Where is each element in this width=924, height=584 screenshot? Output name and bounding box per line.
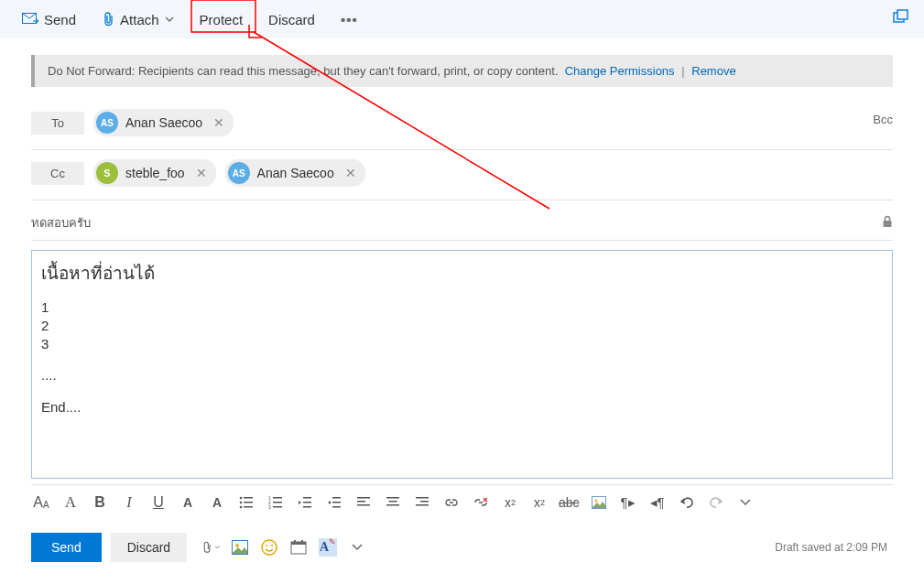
svg-rect-19 [332,497,341,499]
remove-chip-icon[interactable]: ✕ [210,115,224,130]
attach-button[interactable]: Attach [89,6,187,33]
emoji-button[interactable] [260,538,278,557]
rtl-button[interactable]: ◂¶ [647,492,668,513]
svg-rect-2 [897,10,908,19]
to-row: To AS Anan Saecoo ✕ Bcc [31,100,893,150]
svg-rect-13 [273,502,282,503]
svg-rect-20 [332,502,341,503]
font-family-button[interactable]: A [60,492,81,513]
svg-rect-28 [416,497,429,499]
svg-rect-16 [303,497,311,499]
remove-protection-link[interactable]: Remove [691,64,735,78]
strikethrough-button[interactable]: abc [559,492,580,513]
subscript-button[interactable]: x2 [529,492,549,513]
align-center-button[interactable] [383,492,403,513]
recipient-chip[interactable]: S steble_foo ✕ [93,159,216,187]
discard-button[interactable]: Discard [255,6,328,33]
calendar-button[interactable] [289,538,308,557]
svg-rect-5 [244,497,253,499]
send-button[interactable]: Send [9,6,89,33]
superscript-button[interactable]: x2 [500,492,520,513]
discard-button-bottom[interactable]: Discard [111,533,187,562]
svg-rect-9 [244,506,253,508]
insert-picture-button[interactable] [231,538,249,557]
ellipsis-icon: ••• [341,12,358,27]
recipient-name: steble_foo [125,166,185,180]
svg-point-35 [262,540,277,555]
subject-text[interactable]: ทดสอบครับ [31,213,91,233]
svg-rect-23 [357,501,365,503]
svg-rect-11 [273,497,282,499]
cc-row: Cc S steble_foo ✕ AS Anan Saecoo ✕ [31,150,893,200]
italic-button[interactable]: I [119,492,139,513]
svg-rect-40 [294,540,296,544]
outdent-button[interactable] [295,492,315,513]
svg-rect-30 [416,504,429,506]
protect-button[interactable]: Protect [187,6,256,33]
compose-icons: A✎ [201,538,366,557]
remove-chip-icon[interactable]: ✕ [192,166,207,180]
open-new-window-button[interactable] [893,9,909,27]
recipient-chip[interactable]: AS Anan Saecoo ✕ [93,109,234,136]
svg-text:3: 3 [268,504,271,509]
body-line: .... [41,366,883,384]
insert-link-button[interactable] [441,492,462,513]
bottom-bar: Send Discard A✎ Draft saved at 2:09 PM [31,527,893,571]
compose-more-button[interactable] [348,538,366,557]
numbered-list-button[interactable]: 123 [266,492,286,513]
align-left-button[interactable] [353,492,374,513]
svg-point-4 [240,497,243,500]
body-line: 2 [41,317,883,335]
to-button[interactable]: To [31,112,84,135]
subject-row: ทดสอบครับ [31,213,893,241]
bullets-button[interactable] [236,492,256,513]
send-button-bottom[interactable]: Send [31,533,102,562]
recipient-name: Anan Saecoo [125,115,202,130]
avatar: AS [228,162,250,184]
cc-button[interactable]: Cc [31,162,84,185]
align-right-button[interactable] [412,492,432,513]
recipient-name: Anan Saecoo [257,166,334,180]
attach-menu-button[interactable] [201,538,220,557]
discard-label: Discard [268,12,315,27]
ltr-button[interactable]: ¶▸ [618,492,638,513]
format-pane-button[interactable]: A✎ [319,538,337,557]
bold-button[interactable]: B [90,492,110,513]
svg-rect-21 [332,506,341,508]
svg-point-37 [271,545,273,546]
body-line: 3 [41,335,883,353]
svg-rect-15 [273,506,282,508]
svg-point-8 [240,506,243,509]
remove-chip-icon[interactable]: ✕ [342,166,356,180]
redo-button[interactable] [706,492,726,513]
svg-rect-41 [301,540,303,544]
undo-button[interactable] [677,492,697,513]
indent-button[interactable] [324,492,344,513]
body-heading: เนื้อหาที่อ่านได้ [41,262,883,286]
svg-point-36 [266,545,267,546]
body-line: 1 [41,298,883,317]
highlight-button[interactable]: A [178,492,198,513]
paperclip-icon [102,12,114,27]
underline-button[interactable]: U [148,492,168,513]
message-body[interactable]: เนื้อหาที่อ่านได้ 1 2 3 .... End.... [31,250,893,479]
font-size-button[interactable]: AA [31,492,51,513]
svg-rect-25 [386,497,399,499]
svg-point-32 [594,500,597,503]
recipient-area: To AS Anan Saecoo ✕ Bcc Cc S steble_foo … [31,100,893,200]
format-toolbar: AA A B I U A A 123 x2 x2 abc ¶▸ ◂¶ [31,484,893,518]
change-permissions-link[interactable]: Change Permissions [565,64,675,78]
remove-link-button[interactable] [471,492,491,513]
bcc-toggle[interactable]: Bcc [873,113,893,126]
send-icon [22,13,38,26]
attach-label: Attach [120,12,159,27]
svg-rect-27 [386,504,399,506]
more-actions-button[interactable]: ••• [328,6,371,33]
chevron-down-icon [165,16,174,22]
font-color-button[interactable]: A [207,492,227,513]
format-more-button[interactable] [735,492,756,513]
avatar: AS [96,112,118,134]
svg-point-6 [240,502,243,504]
insert-image-button[interactable] [589,492,609,513]
recipient-chip[interactable]: AS Anan Saecoo ✕ [225,159,365,187]
